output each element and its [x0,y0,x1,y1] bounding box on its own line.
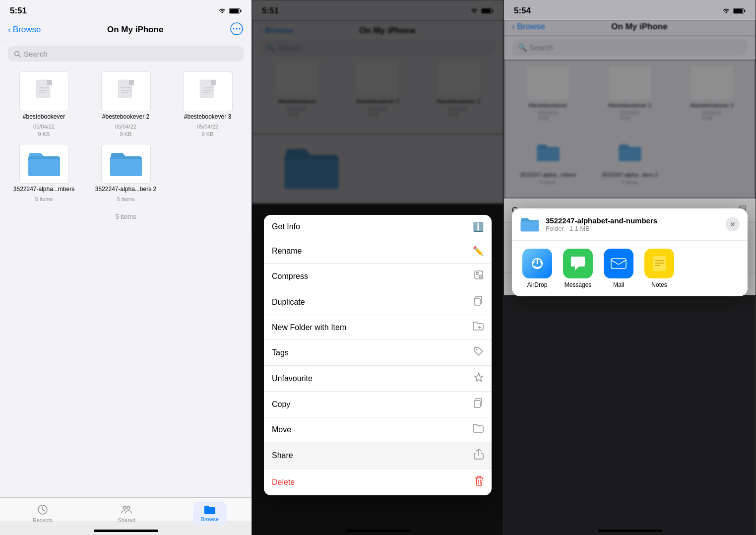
pencil-icon: ✏️ [473,246,484,257]
svg-point-6 [239,28,240,30]
wifi-icon [218,8,226,14]
clock-icon [37,504,49,516]
back-button-1[interactable]: ‹ Browse [8,25,41,35]
menu-item-delete[interactable]: Delete [264,469,492,495]
menu-item-label: Tags [272,348,289,357]
folder-thumbnail [101,144,151,184]
tag-icon [474,346,484,359]
share-app-messages[interactable]: Messages [561,249,595,288]
menu-item-new-folder[interactable]: New Folder with Item [264,315,492,340]
svg-point-42 [476,349,478,350]
menu-item-move[interactable]: Move [264,417,492,442]
person-2-icon [121,504,132,516]
menu-item-label: Unfavourite [272,374,313,383]
menu-item-label: Rename [272,247,302,256]
menu-item-unfavourite[interactable]: Unfavourite [264,366,492,392]
menu-item-label: Move [272,425,291,434]
star-icon [474,372,484,385]
file-thumbnail [183,71,233,111]
tab-label: Shared [118,517,135,523]
file-meta: 05/04/229 KB [33,123,55,138]
tab-browse[interactable]: Browse [193,502,227,525]
nav-title-1: On My iPhone [107,25,163,35]
file-name: 3522247-alpha...mbers [13,186,74,194]
share-app-airdrop[interactable]: AirDrop [520,249,555,288]
search-input-1[interactable]: Search [8,46,244,62]
svg-rect-50 [537,148,560,161]
menu-item-share[interactable]: Share [264,442,492,469]
svg-point-4 [233,28,234,30]
svg-rect-59 [521,221,539,231]
svg-point-30 [127,506,130,509]
menu-item-label: Delete [272,478,295,487]
home-indicator-2 [346,530,410,532]
mail-app-icon [604,249,633,278]
menu-item-tags[interactable]: Tags [264,340,492,366]
list-item[interactable]: #bestebookever 05/04/229 KB [6,71,82,138]
menu-item-compress[interactable]: Compress [264,264,492,289]
battery-icon [733,8,746,14]
svg-rect-20 [211,80,216,85]
info-icon: ℹ️ [473,221,484,232]
nav-bar-1: ‹ Browse On My iPhone [0,20,252,42]
tab-label: Browse [201,516,219,522]
tab-recents[interactable]: Recents [25,502,61,525]
back-label-1: Browse [13,25,41,35]
svg-rect-39 [474,298,480,305]
share-app-mail[interactable]: Mail [601,249,636,288]
svg-rect-10 [47,80,52,85]
menu-item-getinfo[interactable]: Get Info ℹ️ [264,215,492,239]
menu-item-duplicate[interactable]: Duplicate [264,289,492,315]
status-time-3: 5:54 [514,6,531,16]
folder-tab-icon [204,505,216,515]
svg-rect-62 [653,256,666,271]
svg-rect-24 [28,159,60,176]
status-bar-1: 5:51 [0,0,252,20]
list-item[interactable]: 3522247-alpha...mbers 5 items [6,144,82,203]
menu-item-copy[interactable]: Copy [264,392,492,417]
wifi-icon [722,8,730,14]
blurred-search-3: 🔍 Search [504,36,756,60]
close-icon: ✕ [730,220,736,228]
svg-rect-37 [479,275,481,277]
svg-rect-61 [611,259,626,268]
file-thumbnail [101,71,151,111]
share-folder-icon [520,216,540,232]
panel-3: 5:54 ‹ Browse On My iPhone 🔍 Search #bes… [504,0,756,535]
svg-rect-25 [110,159,142,176]
panel-1: 5:51 ‹ Browse On My iPhone Search [0,0,252,535]
share-close-button[interactable]: ✕ [726,217,740,231]
mail-label: Mail [613,281,624,288]
svg-rect-48 [734,9,743,13]
file-icon [198,79,218,104]
chevron-left-icon: ‹ [8,25,11,35]
battery-icon [229,8,242,14]
svg-line-8 [19,55,21,57]
items-count-1: 5 items [0,209,252,224]
file-icon [116,79,136,104]
list-item[interactable]: #bestebookever 2 05/04/229 KB [88,71,164,138]
svg-rect-49 [745,10,746,12]
nav-action-button-1[interactable] [230,22,244,38]
file-icon [34,79,54,104]
menu-item-label: Get Info [272,222,300,231]
search-bar-1: Search [0,42,252,66]
menu-item-rename[interactable]: Rename ✏️ [264,239,492,264]
status-icons-1 [218,8,242,14]
svg-rect-2 [241,10,242,12]
duplicate-icon [474,296,484,308]
status-bar-3: 5:54 [504,0,756,20]
folder-icon [27,150,62,178]
svg-rect-44 [474,401,480,407]
list-item[interactable]: 3522247-alpha...bers 2 5 items [88,144,164,203]
messages-label: Messages [565,281,592,288]
file-meta: 5 items [35,196,53,203]
file-thumbnail [19,71,69,111]
tab-shared[interactable]: Shared [110,502,143,525]
share-app-notes[interactable]: Notes [642,249,677,288]
list-item[interactable]: #bestebookever 3 05/04/229 KB [170,71,246,138]
folder-icon [109,150,143,178]
compress-icon [474,270,484,282]
svg-line-28 [43,510,45,511]
svg-rect-1 [230,9,239,13]
